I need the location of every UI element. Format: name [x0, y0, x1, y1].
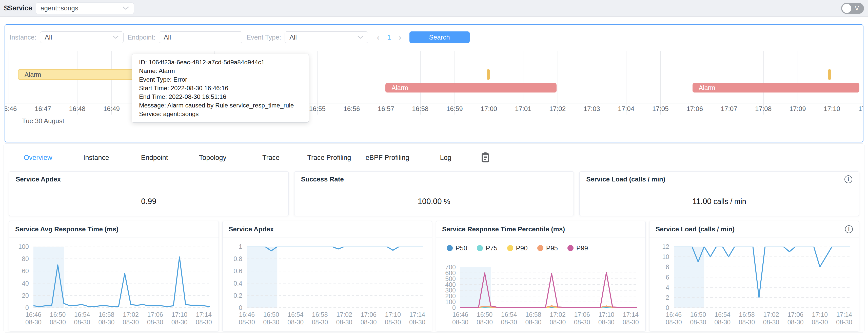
x-axis-label: 16:5408-30 — [287, 311, 304, 326]
prev-page-icon[interactable]: ‹ — [375, 33, 381, 42]
tab-ebpf-profiling[interactable]: eBPF Profiling — [358, 154, 416, 162]
timeline-axis-label: 17:07 — [721, 105, 737, 113]
charts-row: Service Avg Response Time (ms)0204060801… — [4, 221, 864, 331]
kpi-card-service-apdex: Service Apdex 0.99 — [9, 171, 289, 216]
x-axis-labels: 16:4608-3016:5008-3016:5408-3016:5808-30… — [33, 311, 210, 327]
x-axis-label: 16:5008-30 — [690, 311, 706, 326]
event-error-bar[interactable]: Alarm — [385, 83, 556, 92]
timeline-axis-label: 16:46 — [5, 105, 17, 113]
y-axis-label: 2 — [666, 294, 669, 301]
endpoint-filter-value: All — [163, 33, 171, 41]
main-panel: OverviewInstanceEndpointTopologyTraceTra… — [4, 143, 864, 332]
x-axis-label: 17:1408-30 — [836, 311, 852, 326]
chart-card-service-apdex: Service Apdex00.20.40.60.8116:4608-3016:… — [222, 221, 432, 331]
event-warning-tick[interactable] — [487, 69, 490, 80]
x-axis-labels: 16:4608-3016:5008-3016:5408-3016:5808-30… — [247, 311, 423, 327]
timeline-axis-label: 16:48 — [69, 105, 85, 113]
tab-trace[interactable]: Trace — [242, 154, 300, 162]
y-axis-label: 0 — [25, 304, 29, 311]
x-axis-label: 17:1008-30 — [812, 311, 828, 326]
tab-instance[interactable]: Instance — [67, 154, 125, 162]
y-axis-label: 6 — [666, 273, 669, 281]
event-list-icon-button[interactable] — [479, 152, 492, 164]
x-axis-label: 17:0208-30 — [336, 311, 352, 326]
y-axis-label: 0.6 — [234, 267, 242, 275]
chart-plot: 00.20.40.60.81 — [247, 247, 423, 308]
timeline-axis-label: 17:10 — [824, 105, 840, 113]
x-axis-label: 16:5808-30 — [312, 311, 328, 326]
y-axis-label: 80 — [22, 255, 29, 262]
y-axis-label: 40 — [22, 280, 29, 287]
service-select[interactable]: agent::songs — [36, 3, 134, 14]
tab-log[interactable]: Log — [416, 154, 475, 162]
event-error-bar[interactable]: Alarm — [692, 83, 859, 92]
x-axis-label: 16:5808-30 — [98, 311, 115, 326]
next-page-icon[interactable]: › — [397, 33, 403, 42]
tab-topology[interactable]: Topology — [184, 154, 242, 162]
event-timeline: 16:4616:4716:4816:4916:5016:5116:5216:53… — [9, 51, 859, 127]
kpi-title: Service Apdex — [16, 175, 61, 183]
clipboard-icon — [481, 152, 490, 163]
x-axis-label: 16:5008-30 — [263, 311, 279, 326]
y-axis-label: 100 — [18, 243, 29, 250]
service-variable-label: $Service — [4, 4, 32, 12]
service-select-value: agent::songs — [40, 4, 78, 12]
tooltip-line: End Time: 2022-08-30 16:51:16 — [139, 92, 302, 101]
tab-trace-profiling[interactable]: Trace Profiling — [300, 154, 358, 162]
instance-filter-select[interactable]: All — [40, 31, 124, 43]
legend-item-p50[interactable]: P50 — [447, 244, 467, 252]
kpi-card-success-rate: Success Rate 100.00 % — [294, 171, 574, 216]
kpi-row: Service Apdex 0.99 Success Rate 100.00 %… — [4, 171, 864, 216]
timeline-axis-label: 16:59 — [446, 105, 463, 113]
legend-item-p90[interactable]: P90 — [507, 244, 528, 252]
endpoint-filter-input[interactable]: All — [159, 31, 242, 43]
x-axis-label: 17:1008-30 — [172, 311, 188, 326]
chart-card-header: Service Load (calls / min)i — [649, 221, 859, 238]
chevron-down-icon — [123, 6, 129, 10]
x-axis-label: 17:0608-30 — [361, 311, 377, 326]
search-button[interactable]: Search — [409, 31, 470, 43]
y-axis-label: 4 — [666, 284, 669, 291]
chart-card-header: Service Response Time Percentile (ms) — [436, 221, 645, 238]
kpi-value: 100.00 — [418, 197, 442, 206]
timeline-axis-label: 16:58 — [412, 105, 428, 113]
instance-filter-value: All — [45, 33, 52, 41]
y-axis-label: 0.8 — [234, 255, 242, 262]
x-axis-label: 17:1008-30 — [598, 311, 615, 326]
tooltip-line: Message: Alarm caused by Rule service_re… — [139, 101, 302, 110]
legend-item-p75[interactable]: P75 — [477, 244, 497, 252]
x-axis-label: 16:4608-30 — [666, 311, 682, 326]
tooltip-line: Start Time: 2022-08-30 16:46:16 — [139, 84, 302, 92]
tab-overview[interactable]: Overview — [9, 154, 67, 162]
info-icon[interactable]: i — [845, 225, 853, 233]
info-icon[interactable]: i — [844, 175, 852, 183]
x-axis-label: 16:5008-30 — [476, 311, 493, 326]
x-axis-label: 17:0208-30 — [123, 311, 139, 326]
y-axis-label: 0 — [239, 304, 242, 311]
chart-title: Service Load (calls / min) — [656, 225, 735, 233]
page-number[interactable]: 1 — [387, 33, 391, 41]
x-axis-label: 16:5408-30 — [74, 311, 90, 326]
event-warning-tick[interactable] — [828, 69, 831, 80]
legend-item-p99[interactable]: P99 — [567, 244, 588, 252]
x-axis-label: 17:0608-30 — [574, 311, 590, 326]
x-axis-label: 17:0608-30 — [787, 311, 804, 326]
version-toggle[interactable]: V — [841, 3, 864, 14]
timeline-axis-label: 17:03 — [584, 105, 600, 113]
legend-item-p95[interactable]: P95 — [537, 244, 558, 252]
y-axis-label: 0.2 — [234, 292, 242, 299]
kpi-value: 11.00 — [692, 197, 712, 206]
chart-canvas — [674, 247, 850, 308]
chart-card-header: Service Apdex — [223, 221, 432, 238]
kpi-unit: calls / min — [714, 197, 746, 206]
x-axis-labels: 16:4608-3016:5008-3016:5408-3016:5808-30… — [674, 311, 850, 327]
event-type-filter-select[interactable]: All — [285, 31, 368, 43]
y-axis-label: 60 — [22, 267, 29, 275]
tab-endpoint[interactable]: Endpoint — [125, 154, 184, 162]
x-axis-label: 16:5408-30 — [714, 311, 731, 326]
event-type-filter-label: Event Type: — [246, 33, 281, 41]
timeline-axis-label: 17:05 — [652, 105, 669, 113]
chart-card-service-avg-response-time-ms: Service Avg Response Time (ms)0204060801… — [9, 221, 219, 331]
x-axis-label: 17:0208-30 — [550, 311, 566, 326]
x-axis-label: 17:1008-30 — [385, 311, 401, 326]
